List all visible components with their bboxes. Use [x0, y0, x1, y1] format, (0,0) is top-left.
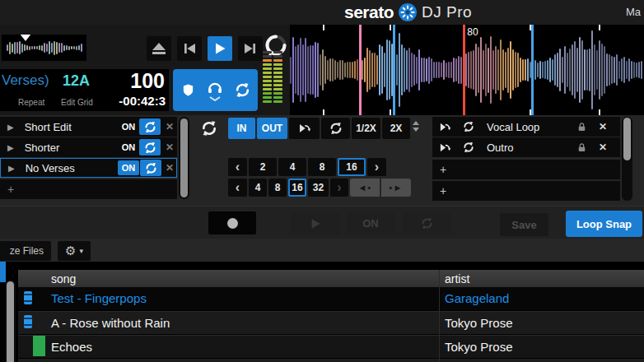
loop-button-disabled — [403, 212, 450, 234]
saved-loop-row-short-edit[interactable]: ▶ Short Edit ON ✕ — [0, 117, 177, 137]
sync-icon — [235, 82, 250, 98]
left-loops-scrollbar[interactable] — [179, 117, 189, 199]
library-row-echoes[interactable]: Echoes Tokyo Prose — [18, 335, 644, 358]
delete-loop-button[interactable]: ✕ — [166, 121, 174, 132]
previous-icon — [183, 43, 196, 54]
deck-status-panel[interactable] — [173, 69, 258, 111]
play-loop-icon[interactable]: ▶ — [7, 123, 14, 132]
beatjump-4-button[interactable]: 4 — [249, 179, 267, 197]
delete-loop-button[interactable]: ✕ — [599, 142, 607, 153]
eject-button[interactable] — [147, 36, 171, 61]
add-icon[interactable]: + — [440, 163, 446, 176]
delete-loop-button[interactable]: ✕ — [166, 162, 174, 174]
loop-in-button[interactable]: IN — [228, 118, 255, 139]
play-loop-icon[interactable] — [438, 121, 452, 133]
library-scrollbar[interactable] — [5, 280, 16, 362]
loop-sync-button[interactable] — [140, 160, 161, 176]
meter-segment — [263, 88, 272, 90]
meter-segment — [273, 72, 282, 74]
loop-size-stepper[interactable] — [413, 121, 419, 132]
loop-out-button[interactable]: OUT — [257, 118, 287, 139]
beatjump-16-button-selected[interactable]: 16 — [288, 179, 306, 197]
overview-bar — [41, 45, 43, 51]
loop-snap-button[interactable]: Loop Snap — [566, 211, 642, 237]
repeat-label[interactable]: Repeat — [18, 98, 44, 107]
next-track-button[interactable] — [238, 36, 263, 61]
autoloop-16-button-selected[interactable]: 16 — [338, 158, 366, 176]
autoloop-shift-left-button[interactable]: ‹ — [228, 158, 247, 176]
library-row-rose-without-rain[interactable]: A - Rose without Rain Tokyo Prose — [18, 311, 644, 334]
main-waveform[interactable]: 80 — [290, 25, 644, 115]
crate-selection-indicator — [0, 262, 6, 282]
track-overview-waveform[interactable] — [2, 35, 86, 61]
beatjump-32-button[interactable]: 32 — [308, 179, 329, 197]
loop-on-toggle[interactable]: ON — [118, 119, 139, 134]
header-right-truncated-label: Ma — [626, 6, 641, 18]
lock-icon[interactable] — [576, 122, 587, 132]
delete-loop-button[interactable]: ✕ — [599, 121, 607, 132]
sync-icon[interactable] — [463, 121, 474, 132]
song-cell: A - Rose without Rain — [51, 316, 170, 330]
beat-tick — [599, 109, 600, 115]
cue-marker — [359, 25, 362, 115]
column-header-song[interactable]: song — [51, 272, 76, 285]
beatjump-8-button[interactable]: 8 — [268, 179, 287, 197]
play-button[interactable] — [208, 36, 232, 61]
delete-loop-button[interactable]: ✕ — [166, 142, 174, 153]
eject-icon — [152, 43, 166, 50]
play-from-loop-button[interactable] — [289, 118, 320, 139]
control-strip: ON Save Loop Snap — [0, 206, 644, 239]
step-up-icon[interactable] — [413, 121, 419, 125]
reloop-button[interactable] — [321, 118, 350, 139]
loop-double-button[interactable]: 2X — [382, 118, 410, 139]
play-loop-icon[interactable]: ▶ — [7, 143, 14, 152]
autoloop-8-button[interactable]: 8 — [308, 158, 336, 176]
record-button[interactable] — [208, 211, 256, 234]
deck-loaded-icon — [24, 315, 32, 328]
meter-segment — [263, 72, 272, 74]
loop-half-button[interactable]: 1/2X — [352, 118, 380, 139]
chevron-down-icon — [209, 96, 221, 101]
overview-bar — [61, 43, 63, 53]
beatjump-back-button[interactable]: ◄▪ — [350, 179, 380, 197]
add-loop-row[interactable]: + — [432, 160, 620, 179]
cue-monitor-control[interactable] — [206, 79, 224, 101]
library-settings-button[interactable]: ⚙ ▾ — [58, 241, 91, 261]
saved-loop-row-outro[interactable]: Outro ✕ — [432, 137, 620, 157]
add-icon[interactable]: + — [7, 183, 14, 196]
add-loop-row[interactable]: + — [432, 181, 620, 201]
loop-mode-icon[interactable] — [201, 120, 217, 137]
library-row-test-fingerpops[interactable]: Test - Fingerpops Garageland — [18, 287, 644, 310]
right-loops-scrollbar[interactable] — [622, 117, 632, 201]
add-icon[interactable]: + — [440, 184, 446, 197]
saved-loop-row-no-verses[interactable]: ▶ No Verses ON ✕ — [0, 158, 177, 178]
loop-sync-button[interactable] — [139, 139, 161, 155]
autoloop-shift-right-button[interactable]: › — [367, 158, 386, 176]
autoloop-4-button[interactable]: 4 — [278, 158, 306, 176]
column-header-artist[interactable]: artist — [445, 272, 469, 285]
previous-track-button[interactable] — [177, 36, 202, 61]
loop-on-toggle[interactable]: ON — [118, 140, 139, 155]
beatjump-forward-button[interactable]: ▪► — [381, 179, 411, 197]
step-down-icon[interactable] — [413, 128, 419, 132]
library-column-headers: song artist — [18, 270, 644, 287]
add-loop-row[interactable]: + — [0, 179, 177, 199]
loop-on-toggle[interactable]: ON — [118, 160, 139, 175]
artist-cell: Tokyo Prose — [445, 340, 513, 354]
gear-icon: ⚙ — [65, 244, 76, 258]
play-loop-icon[interactable]: ▶ — [8, 164, 15, 173]
autoloop-2-button[interactable]: 2 — [249, 158, 277, 176]
play-loop-icon[interactable] — [438, 142, 452, 154]
lock-icon[interactable] — [576, 142, 587, 153]
loop-sync-button[interactable] — [139, 118, 161, 135]
meter-segment — [263, 63, 272, 66]
beatjump-shift-left-button[interactable]: ‹ — [228, 179, 247, 197]
edit-grid-label[interactable]: Edit Grid — [61, 98, 93, 107]
overview-bar — [44, 43, 45, 53]
serato-record-icon — [399, 3, 417, 21]
saved-loop-row-vocal-loop[interactable]: Vocal Loop ✕ — [432, 117, 620, 137]
saved-loop-row-shorter[interactable]: ▶ Shorter ON ✕ — [0, 137, 177, 157]
meter-segment — [263, 96, 272, 99]
sync-icon[interactable] — [463, 142, 474, 153]
analyze-files-button[interactable]: ze Files — [0, 241, 51, 261]
